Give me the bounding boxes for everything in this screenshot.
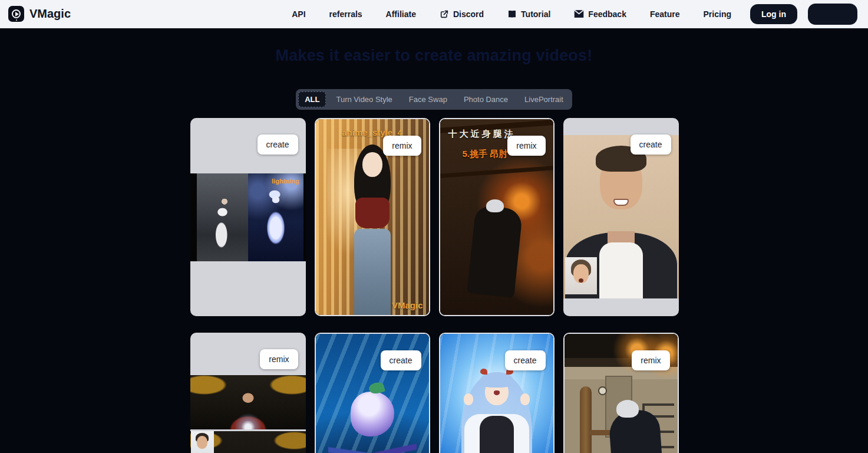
nav-item-tutorial[interactable]: Tutorial [507,9,550,19]
create-button[interactable]: create [631,134,671,155]
remix-button[interactable]: remix [507,136,545,156]
video-thumbnail [190,375,306,429]
source-face-inset [565,257,597,294]
nav-item-discord[interactable]: Discord [440,9,484,19]
brand-logo[interactable]: VMagic [8,6,71,22]
showcase-card-anime-girl[interactable]: create [439,333,555,453]
nav-item-feature[interactable]: Feature [650,9,680,19]
tab-all[interactable]: ALL [298,91,326,107]
main-content: Makes it easier to create amazing videos… [0,47,868,453]
book-icon [507,9,517,19]
showcase-card-dojo[interactable]: remix [563,333,679,453]
create-button[interactable]: create [258,134,298,155]
tab-photo-dance[interactable]: Photo Dance [457,91,514,107]
top-navigation: VMagic API referrals Affiliate Discord T… [0,0,868,28]
brand-name: VMagic [29,7,71,21]
showcase-grid: lightning create anime_style_4 VMagic re… [190,118,678,453]
showcase-card-underwater[interactable]: VMagic create [315,333,430,453]
video-thumbnail: lightning [190,173,306,261]
move-subtitle: 5.挑手 昂肘 [463,149,508,160]
source-face-inset [191,431,214,453]
page-title: Makes it easier to create amazing videos… [0,47,868,65]
nav-item-api[interactable]: API [292,9,305,19]
nav-item-affiliate[interactable]: Affiliate [386,9,416,19]
showcase-card-kungfu[interactable]: 十大近身腿法 5.挑手 昂肘 remix [439,118,555,316]
vmagic-logo-icon [8,6,24,22]
nav-item-feedback[interactable]: Feedback [574,9,626,19]
signup-button[interactable] [808,4,857,25]
login-button[interactable]: Log in [750,4,797,24]
tab-liveportrait[interactable]: LivePortrait [518,91,570,107]
create-button[interactable]: create [381,350,421,370]
remix-button[interactable]: remix [260,349,298,369]
tab-turn-video-style[interactable]: Turn Video Style [329,91,398,107]
nav-item-pricing[interactable]: Pricing [704,9,731,19]
auth-buttons: Log in [750,4,857,25]
dancer-source-frame [197,173,248,261]
vmagic-watermark: VMagic [392,300,423,310]
showcase-card-ironman-swap[interactable]: remix [190,333,306,453]
external-link-icon [440,9,449,19]
style-caption: lightning [272,178,299,185]
showcase-card-photo-dance[interactable]: lightning create [190,118,306,316]
showcase-card-face-swap[interactable]: create [563,118,679,316]
remix-button[interactable]: remix [383,136,421,156]
main-nav: API referrals Affiliate Discord Tutorial… [292,9,731,19]
remix-button[interactable]: remix [632,350,669,370]
showcase-card-anime-style[interactable]: anime_style_4 VMagic remix [315,118,430,316]
create-button[interactable]: create [505,350,546,370]
lightning-styled-frame: lightning [248,173,303,261]
tab-face-swap[interactable]: Face Swap [402,91,454,107]
category-filter-bar: ALL Turn Video Style Face Swap Photo Dan… [296,89,572,110]
nav-item-referrals[interactable]: referrals [329,9,362,19]
envelope-icon [574,9,584,18]
